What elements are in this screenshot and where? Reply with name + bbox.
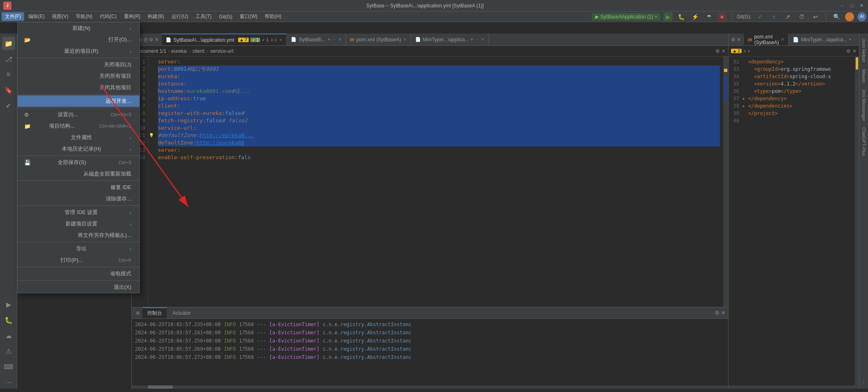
git-history[interactable]: ⏱ (796, 11, 807, 22)
menu-run[interactable]: 运行(U) (168, 12, 191, 21)
menu-print[interactable]: 打印(P)...Ctrl+P (18, 255, 139, 266)
console-tab[interactable]: 控制台 (142, 307, 167, 318)
menu-close-other-projects[interactable]: 关闭其他项目 (18, 82, 139, 93)
structure-icon[interactable]: ≡ (2, 68, 15, 81)
menu-navigate[interactable]: 导航(N) (72, 12, 96, 21)
menu-build[interactable]: 构建(B) (144, 12, 167, 21)
problems-icon[interactable]: ⚠ (2, 345, 15, 358)
menu-recent[interactable]: 最近的项目(R)› (18, 45, 139, 57)
tab-split-icon[interactable]: ⊟ (144, 37, 148, 43)
tab-4-expand-icon[interactable]: ▾ (471, 37, 473, 42)
maximize-button[interactable]: □ (848, 2, 855, 9)
xml-tab-close-icon[interactable]: ✕ (737, 37, 741, 43)
tab-1-close-icon[interactable]: ✕ (279, 38, 282, 42)
jms-messenger-tab[interactable]: Jms Messenger (861, 86, 867, 124)
menu-file[interactable]: 文件(F) (2, 12, 24, 21)
tab-2-expand-icon[interactable]: ▾ (328, 37, 330, 42)
bottom-tab-settings-icon[interactable]: ⊕ (134, 310, 142, 316)
editor-tab-3[interactable]: m pom.xml (SytBaseA) ✕ (346, 34, 411, 45)
editor-tab-4[interactable]: 📄 MiniType\...\applica... ▾ ⋯ ✕ (411, 34, 489, 45)
editor-scroll-track[interactable] (723, 56, 728, 307)
profile-avatar[interactable] (845, 12, 854, 21)
git-rollback[interactable]: ↩ (810, 11, 821, 22)
xml-fold-icon-2[interactable]: ▸ (743, 102, 745, 110)
plugin-icon[interactable]: AI (857, 12, 866, 21)
services-icon[interactable]: ☁ (2, 329, 15, 342)
menu-tools[interactable]: 工具(T) (192, 12, 215, 21)
commit-icon[interactable]: ⎇ (2, 52, 15, 65)
xml-code-content[interactable]: <dependency> <groupId>org.springframewo … (747, 56, 855, 385)
menu-view[interactable]: 视图(V) (49, 12, 72, 21)
xml-toolbar-close-icon[interactable]: ✕ (852, 48, 857, 54)
tab-close-all-icon[interactable]: ✕ (155, 37, 159, 43)
search-button[interactable]: 🔍 (831, 11, 842, 22)
bottom-panel-gear-icon[interactable]: ⚙ (715, 310, 720, 316)
xml-toolbar-gear-icon[interactable]: ⚙ (846, 48, 851, 54)
menu-help[interactable]: 帮助(H) (261, 12, 285, 21)
menu-project-structure[interactable]: 📁项目结构...Ctrl+Alt+Shift+S (18, 120, 139, 132)
menu-power-save[interactable]: 省电模式 (18, 268, 139, 279)
run-config-selector[interactable]: ▶ SytBaseAApplication (1) ▾ (592, 13, 660, 20)
xml-tab-settings-icon[interactable]: ⚙ (731, 37, 735, 43)
bottom-scrollbar[interactable] (132, 385, 728, 389)
tab-list-icon[interactable]: ≡ (139, 37, 142, 43)
git-arrow-up[interactable]: ↑ (769, 11, 779, 22)
menu-remote-dev[interactable]: 远程开发... (18, 95, 139, 107)
menu-open[interactable]: 📂打开(O)... (18, 34, 139, 45)
more-side-icon[interactable]: ⋯ (2, 376, 15, 389)
right-panel-more-icon[interactable]: ⋯ (860, 376, 867, 387)
json-helper-tab[interactable]: Json Helper (861, 35, 867, 66)
tab-4-menu-icon[interactable]: ⋯ (475, 37, 479, 42)
breadcrumb-settings-icon[interactable]: ⚙ (715, 48, 720, 54)
menu-manage-ide[interactable]: 管理 IDE 设置› (18, 207, 139, 218)
menu-exit[interactable]: 退出(X) (18, 282, 139, 293)
menu-new-project-settings[interactable]: 新建项目设置› (18, 218, 139, 230)
menu-code[interactable]: 代码(C) (97, 12, 120, 21)
menu-window[interactable]: 窗口(W) (236, 12, 261, 21)
menu-close-project[interactable]: 关闭项目(J) (18, 59, 139, 70)
editor-tab-2[interactable]: 📄 SytBaseB\... ▾ ⋯ ✕ (287, 34, 346, 45)
todo-icon[interactable]: ✔ (2, 99, 15, 112)
xml-tab-2-menu[interactable]: ⋯ (853, 37, 857, 42)
menu-save-as-template[interactable]: 将文件另存为模板(L)... (18, 230, 139, 241)
menu-new[interactable]: 新建(N)› (18, 23, 139, 34)
tab-gear-icon[interactable]: ⚙ (149, 37, 153, 43)
tab-4-close-icon[interactable]: ✕ (481, 37, 484, 42)
editor-tab-1[interactable]: 📄 SytBaseA\...\application.yml ▲ 7 ✓ 1 ✓… (162, 34, 287, 45)
menu-clear-cache[interactable]: 清除缓存... (18, 193, 139, 205)
xml-tab-2[interactable]: 📄 MiniType\...\applica... ▾ ⋯ ✕ (789, 34, 859, 45)
menu-file-properties[interactable]: 文件属性› (18, 132, 139, 143)
coverage-button[interactable]: ☂ (704, 11, 714, 22)
xml-fold-icon[interactable]: ▸ (743, 95, 745, 102)
bottom-panel-close-icon[interactable]: ✕ (721, 310, 726, 316)
menu-save-all[interactable]: 💾全部保存(S)Ctrl+S (18, 157, 139, 168)
tab-2-close-icon[interactable]: ✕ (338, 37, 342, 42)
menu-local-history[interactable]: 本地历史记录(H)› (18, 143, 139, 155)
menu-git[interactable]: Git(G) (216, 13, 236, 20)
close-button[interactable]: ✕ (858, 2, 865, 9)
debug-button[interactable]: 🐛 (676, 11, 686, 22)
xml-tab-1[interactable]: m pom.xml (SytBaseA) ✕ (744, 34, 789, 45)
menu-edit[interactable]: 编辑(E) (25, 12, 48, 21)
git-checkmark-green[interactable]: ✓ (755, 11, 765, 22)
debug-side-icon[interactable]: 🐛 (2, 313, 15, 327)
chatgpt-plus-tab[interactable]: ChatGPT-Plus (861, 124, 867, 159)
breadcrumb-close-icon[interactable]: ✕ (722, 48, 726, 54)
actuator-tab[interactable]: Actuator (168, 309, 196, 318)
lightbulb-icon[interactable]: 💡 (149, 132, 154, 139)
git-arrow-up2[interactable]: ↗ (783, 11, 793, 22)
minimize-button[interactable]: − (839, 2, 845, 9)
run-icon[interactable]: ▶ (2, 298, 15, 311)
menu-close-all-projects[interactable]: 关闭所有项目 (18, 70, 139, 82)
xml-scrollbar[interactable] (855, 56, 859, 385)
tab-3-close-icon[interactable]: ✕ (403, 37, 407, 42)
menu-reload[interactable]: 从磁盘全部重新加载 (18, 168, 139, 180)
stop-button[interactable]: ■ (717, 12, 726, 21)
menu-repair-ide[interactable]: 修复 IDE (18, 182, 139, 193)
project-icon[interactable]: 📁 (2, 37, 15, 50)
menu-export[interactable]: 导出› (18, 243, 139, 255)
menu-refactor[interactable]: 重构(R) (121, 12, 144, 21)
xml-tab-1-close-icon[interactable]: ✕ (781, 37, 784, 42)
bookmark-icon[interactable]: 🔖 (2, 83, 15, 97)
menu-settings[interactable]: ⚙设置(I)...Ctrl+Alt+S (18, 109, 139, 120)
